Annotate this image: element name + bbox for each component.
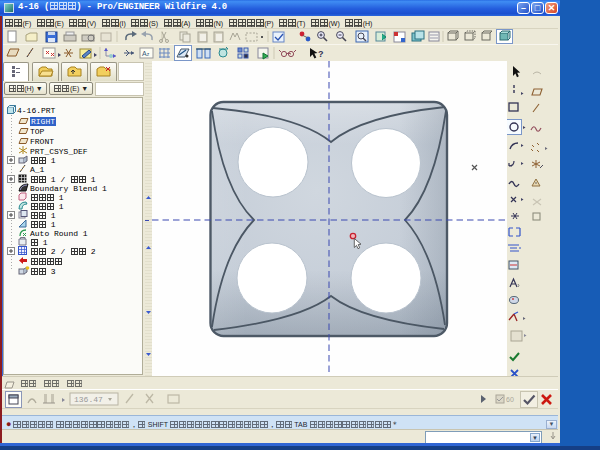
svg-text:?: ?: [318, 49, 324, 59]
svg-text:136.47: 136.47: [74, 395, 103, 404]
svg-text:Az: Az: [142, 50, 150, 57]
svg-text:60: 60: [506, 396, 514, 403]
